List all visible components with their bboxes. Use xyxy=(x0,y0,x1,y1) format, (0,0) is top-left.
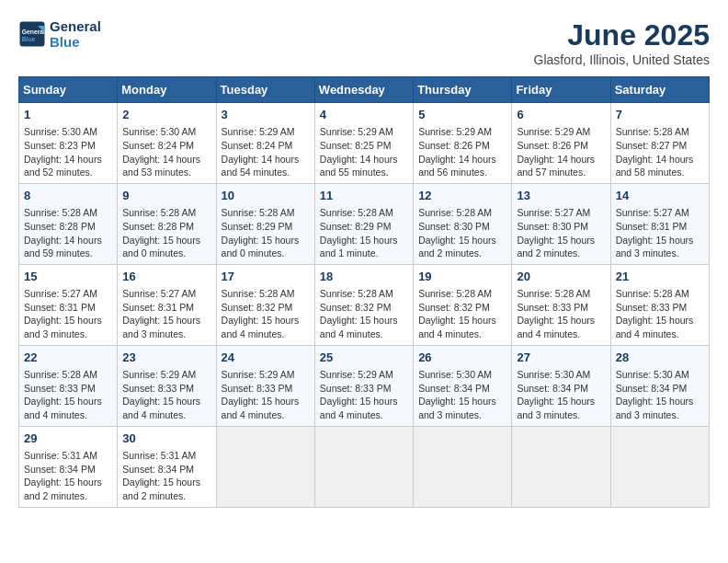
cell-info: Sunrise: 5:29 AM Sunset: 8:33 PM Dayligh… xyxy=(222,368,310,422)
calendar-cell: 25Sunrise: 5:29 AM Sunset: 8:33 PM Dayli… xyxy=(314,345,413,426)
cell-info: Sunrise: 5:28 AM Sunset: 8:30 PM Dayligh… xyxy=(418,206,506,260)
day-number: 28 xyxy=(616,350,704,366)
cell-info: Sunrise: 5:31 AM Sunset: 8:34 PM Dayligh… xyxy=(24,449,112,503)
cell-info: Sunrise: 5:27 AM Sunset: 8:31 PM Dayligh… xyxy=(24,287,112,341)
day-number: 3 xyxy=(222,107,310,123)
weekday-header-monday: Monday xyxy=(118,77,216,103)
calendar-cell: 3Sunrise: 5:29 AM Sunset: 8:24 PM Daylig… xyxy=(216,103,314,184)
day-number: 19 xyxy=(418,269,506,285)
day-number: 26 xyxy=(418,350,506,366)
logo: General Blue General Blue xyxy=(18,18,101,50)
day-number: 5 xyxy=(418,107,506,123)
cell-info: Sunrise: 5:30 AM Sunset: 8:34 PM Dayligh… xyxy=(418,368,506,422)
day-number: 16 xyxy=(122,269,210,285)
calendar-cell: 7Sunrise: 5:28 AM Sunset: 8:27 PM Daylig… xyxy=(610,103,709,184)
calendar-cell: 26Sunrise: 5:30 AM Sunset: 8:34 PM Dayli… xyxy=(414,345,512,426)
day-number: 8 xyxy=(24,188,112,204)
day-number: 7 xyxy=(616,107,704,123)
day-number: 18 xyxy=(320,269,408,285)
month-title: June 2025 xyxy=(534,18,710,52)
weekday-header-tuesday: Tuesday xyxy=(216,77,314,103)
calendar-cell xyxy=(610,426,709,507)
cell-info: Sunrise: 5:29 AM Sunset: 8:26 PM Dayligh… xyxy=(418,125,506,179)
day-number: 27 xyxy=(517,350,605,366)
weekday-header-sunday: Sunday xyxy=(19,77,118,103)
calendar-cell: 2Sunrise: 5:30 AM Sunset: 8:24 PM Daylig… xyxy=(118,103,216,184)
calendar-cell: 19Sunrise: 5:28 AM Sunset: 8:32 PM Dayli… xyxy=(414,264,512,345)
cell-info: Sunrise: 5:28 AM Sunset: 8:29 PM Dayligh… xyxy=(222,206,310,260)
calendar-cell: 21Sunrise: 5:28 AM Sunset: 8:33 PM Dayli… xyxy=(610,264,709,345)
cell-info: Sunrise: 5:27 AM Sunset: 8:31 PM Dayligh… xyxy=(122,287,210,341)
logo-icon: General Blue xyxy=(18,20,46,48)
day-number: 13 xyxy=(517,188,605,204)
calendar-cell xyxy=(414,426,512,507)
weekday-header-thursday: Thursday xyxy=(414,77,512,103)
calendar-cell: 28Sunrise: 5:30 AM Sunset: 8:34 PM Dayli… xyxy=(610,345,709,426)
weekday-header-saturday: Saturday xyxy=(610,77,709,103)
calendar-cell: 13Sunrise: 5:27 AM Sunset: 8:30 PM Dayli… xyxy=(512,183,610,264)
calendar-cell: 18Sunrise: 5:28 AM Sunset: 8:32 PM Dayli… xyxy=(314,264,413,345)
day-number: 14 xyxy=(616,188,704,204)
day-number: 12 xyxy=(418,188,506,204)
cell-info: Sunrise: 5:27 AM Sunset: 8:30 PM Dayligh… xyxy=(517,206,605,260)
calendar-cell xyxy=(314,426,413,507)
location-text: Glasford, Illinois, United States xyxy=(534,52,710,67)
calendar-cell: 9Sunrise: 5:28 AM Sunset: 8:28 PM Daylig… xyxy=(118,183,216,264)
title-block: June 2025 Glasford, Illinois, United Sta… xyxy=(534,18,710,67)
cell-info: Sunrise: 5:28 AM Sunset: 8:28 PM Dayligh… xyxy=(24,206,112,260)
cell-info: Sunrise: 5:28 AM Sunset: 8:33 PM Dayligh… xyxy=(517,287,605,341)
calendar-cell: 6Sunrise: 5:29 AM Sunset: 8:26 PM Daylig… xyxy=(512,103,610,184)
day-number: 17 xyxy=(222,269,310,285)
calendar-cell: 30Sunrise: 5:31 AM Sunset: 8:34 PM Dayli… xyxy=(118,426,216,507)
calendar-cell: 16Sunrise: 5:27 AM Sunset: 8:31 PM Dayli… xyxy=(118,264,216,345)
calendar-cell xyxy=(216,426,314,507)
cell-info: Sunrise: 5:28 AM Sunset: 8:29 PM Dayligh… xyxy=(320,206,408,260)
cell-info: Sunrise: 5:28 AM Sunset: 8:33 PM Dayligh… xyxy=(616,287,704,341)
calendar-cell: 20Sunrise: 5:28 AM Sunset: 8:33 PM Dayli… xyxy=(512,264,610,345)
cell-info: Sunrise: 5:29 AM Sunset: 8:24 PM Dayligh… xyxy=(222,125,310,179)
calendar-cell: 1Sunrise: 5:30 AM Sunset: 8:23 PM Daylig… xyxy=(19,103,118,184)
calendar-cell: 27Sunrise: 5:30 AM Sunset: 8:34 PM Dayli… xyxy=(512,345,610,426)
day-number: 23 xyxy=(122,350,210,366)
logo-general: General xyxy=(50,18,101,34)
day-number: 6 xyxy=(517,107,605,123)
day-number: 20 xyxy=(517,269,605,285)
cell-info: Sunrise: 5:28 AM Sunset: 8:28 PM Dayligh… xyxy=(122,206,210,260)
day-number: 1 xyxy=(24,107,112,123)
calendar-cell: 14Sunrise: 5:27 AM Sunset: 8:31 PM Dayli… xyxy=(610,183,709,264)
svg-text:Blue: Blue xyxy=(22,36,36,42)
cell-info: Sunrise: 5:30 AM Sunset: 8:34 PM Dayligh… xyxy=(517,368,605,422)
cell-info: Sunrise: 5:29 AM Sunset: 8:25 PM Dayligh… xyxy=(320,125,408,179)
day-number: 21 xyxy=(616,269,704,285)
calendar-cell: 29Sunrise: 5:31 AM Sunset: 8:34 PM Dayli… xyxy=(19,426,118,507)
day-number: 30 xyxy=(122,431,210,447)
weekday-header-friday: Friday xyxy=(512,77,610,103)
calendar-cell: 24Sunrise: 5:29 AM Sunset: 8:33 PM Dayli… xyxy=(216,345,314,426)
calendar-cell xyxy=(512,426,610,507)
day-number: 9 xyxy=(122,188,210,204)
calendar-cell: 12Sunrise: 5:28 AM Sunset: 8:30 PM Dayli… xyxy=(414,183,512,264)
cell-info: Sunrise: 5:28 AM Sunset: 8:27 PM Dayligh… xyxy=(616,125,704,179)
calendar-cell: 5Sunrise: 5:29 AM Sunset: 8:26 PM Daylig… xyxy=(414,103,512,184)
day-number: 22 xyxy=(24,350,112,366)
weekday-header-wednesday: Wednesday xyxy=(314,77,413,103)
day-number: 15 xyxy=(24,269,112,285)
cell-info: Sunrise: 5:28 AM Sunset: 8:32 PM Dayligh… xyxy=(222,287,310,341)
cell-info: Sunrise: 5:28 AM Sunset: 8:33 PM Dayligh… xyxy=(24,368,112,422)
calendar-cell: 15Sunrise: 5:27 AM Sunset: 8:31 PM Dayli… xyxy=(19,264,118,345)
calendar-cell: 10Sunrise: 5:28 AM Sunset: 8:29 PM Dayli… xyxy=(216,183,314,264)
cell-info: Sunrise: 5:29 AM Sunset: 8:33 PM Dayligh… xyxy=(122,368,210,422)
logo-blue: Blue xyxy=(50,34,101,50)
calendar-cell: 17Sunrise: 5:28 AM Sunset: 8:32 PM Dayli… xyxy=(216,264,314,345)
cell-info: Sunrise: 5:30 AM Sunset: 8:34 PM Dayligh… xyxy=(616,368,704,422)
day-number: 11 xyxy=(320,188,408,204)
cell-info: Sunrise: 5:29 AM Sunset: 8:33 PM Dayligh… xyxy=(320,368,408,422)
cell-info: Sunrise: 5:29 AM Sunset: 8:26 PM Dayligh… xyxy=(517,125,605,179)
day-number: 24 xyxy=(222,350,310,366)
page-header: General Blue General Blue June 2025 Glas… xyxy=(18,18,710,67)
calendar-cell: 23Sunrise: 5:29 AM Sunset: 8:33 PM Dayli… xyxy=(118,345,216,426)
day-number: 10 xyxy=(222,188,310,204)
cell-info: Sunrise: 5:28 AM Sunset: 8:32 PM Dayligh… xyxy=(320,287,408,341)
cell-info: Sunrise: 5:27 AM Sunset: 8:31 PM Dayligh… xyxy=(616,206,704,260)
day-number: 29 xyxy=(24,431,112,447)
